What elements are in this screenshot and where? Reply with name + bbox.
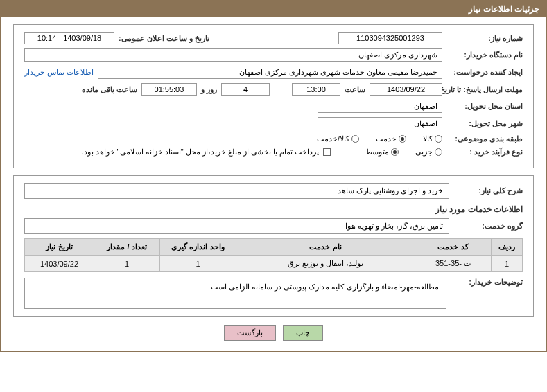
th-name: نام خدمت [236,239,415,256]
panel-title: جزئیات اطلاعات نیاز [1,1,546,17]
requester-label: ایجاد کننده درخواست: [446,68,523,77]
info-section: شماره نیاز: 1103094325001293 تاریخ و ساع… [13,24,534,168]
detail-section: شرح کلی نیاز: خرید و اجرای روشنایی پارک … [13,175,534,317]
delivery-city-label: شهر محل تحویل: [446,119,523,128]
buyer-org-value: شهرداری مرکزی اصفهان [24,48,442,62]
payment-note: پرداخت تمام یا بخشی از مبلغ خرید،از محل … [81,148,319,157]
service-group-label: گروه خدمت: [453,222,523,231]
need-desc-label: شرح کلی نیاز: [453,186,523,195]
td-date: 1403/09/22 [25,256,94,272]
buyer-notes-value: مطالعه-مهر-امضاء و بارگزاری کلیه مدارک پ… [24,278,446,309]
delivery-province-value: اصفهان [318,100,442,113]
announce-label: تاریخ و ساعت اعلان عمومی: [119,34,209,43]
print-button[interactable]: چاپ [283,325,323,341]
radio-goods[interactable]: کالا [423,134,442,143]
need-number-value: 1103094325001293 [338,32,442,44]
radio-service[interactable]: خدمت [376,134,406,143]
radio-icon [435,148,442,156]
countdown-value: 01:55:03 [141,83,197,96]
requester-value: حمیدرضا مقیمی معاون خدمات شهری شهرداری م… [98,66,442,79]
buyer-org-label: نام دستگاه خریدار: [446,51,523,60]
th-qty: تعداد / مقدار [94,239,160,256]
services-table: ردیف کد خدمت نام خدمت واحد اندازه گیری ت… [24,238,523,272]
need-number-label: شماره نیاز: [446,34,523,43]
subject-cat-label: طبقه بندی موضوعی: [446,134,523,143]
td-qty: 1 [94,256,160,272]
radio-small[interactable]: جزیی [415,148,442,157]
hour-label: ساعت [345,85,365,94]
td-row: 1 [492,256,523,272]
remaining-label: ساعت باقی مانده [82,85,137,94]
td-name: تولید، انتقال و توزیع برق [236,256,415,272]
deadline-label: مهلت ارسال پاسخ: تا تاریخ: [446,85,523,94]
payment-checkbox[interactable] [323,148,331,156]
days-value: 4 [221,83,270,96]
button-bar: چاپ بازگشت [13,325,534,341]
back-button[interactable]: بازگشت [224,325,276,341]
th-code: کد خدمت [415,239,492,256]
contact-link[interactable]: اطلاعات تماس خریدار [24,68,94,77]
buyer-notes-label: توضیحات خریدار: [453,278,523,287]
radio-icon [351,135,359,143]
th-row: ردیف [492,239,523,256]
td-unit: 1 [160,256,236,272]
process-label: نوع فرآیند خرید : [446,148,523,157]
need-desc-value: خرید و اجرای روشنایی پارک شاهد [24,183,449,199]
days-and-label: روز و [201,85,217,94]
delivery-city-value: اصفهان [318,117,442,130]
radio-goods-service[interactable]: کالا/خدمت [317,134,359,143]
radio-icon [391,148,399,156]
main-panel: جزئیات اطلاعات نیاز شماره نیاز: 11030943… [0,0,547,352]
radio-icon [399,135,406,143]
deadline-date: 1403/09/22 [370,83,442,96]
radio-medium[interactable]: متوسط [365,148,399,157]
radio-icon [435,135,442,143]
announce-value: 1403/09/18 - 10:14 [24,32,114,44]
td-code: ت -35-351 [415,256,492,272]
service-group-value: تامین برق، گاز، بخار و تهویه هوا [24,218,449,234]
services-info-title: اطلاعات خدمات مورد نیاز [24,204,523,214]
deadline-hour: 13:00 [292,83,340,96]
table-row: 1 ت -35-351 تولید، انتقال و توزیع برق 1 … [25,256,523,272]
th-unit: واحد اندازه گیری [160,239,236,256]
delivery-province-label: استان محل تحویل: [446,102,523,111]
th-date: تاریخ نیاز [25,239,94,256]
